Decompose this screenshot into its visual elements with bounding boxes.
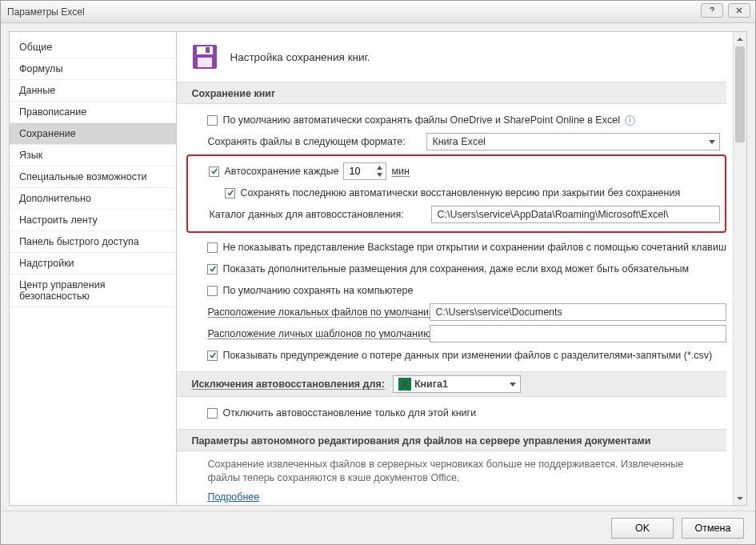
- label-keep-last-autorecover: Сохранять последнюю автоматически восста…: [240, 187, 680, 198]
- cancel-button[interactable]: Отмена: [682, 518, 744, 539]
- window-title: Параметры Excel: [7, 6, 85, 18]
- sidebar-item-trust-center[interactable]: Центр управления безопасностью: [10, 275, 176, 307]
- sidebar-item-advanced[interactable]: Дополнительно: [10, 188, 176, 210]
- sidebar: Общие Формулы Данные Правописание Сохран…: [9, 31, 177, 506]
- page-title: Настройка сохранения книг.: [230, 51, 370, 63]
- sidebar-item-addins[interactable]: Надстройки: [10, 253, 176, 275]
- checkbox-onedrive-default[interactable]: [207, 115, 218, 126]
- checkbox-save-local-default[interactable]: [207, 286, 218, 296]
- help-button[interactable]: [701, 3, 723, 18]
- label-autosave-every: Автосохранение каждые: [224, 166, 338, 177]
- label-save-format: Сохранять файлы в следующем формате:: [207, 136, 422, 147]
- label-extra-locations: Показать дополнительные размещения для с…: [222, 263, 689, 275]
- svg-rect-1: [197, 46, 213, 54]
- save-icon: [191, 43, 218, 70]
- spinner-down-icon[interactable]: [374, 171, 384, 178]
- close-button[interactable]: [728, 3, 750, 18]
- checkbox-no-backstage[interactable]: [207, 242, 218, 253]
- note-offline: Сохранение извлеченных файлов в серверны…: [207, 458, 703, 485]
- input-autorecover-path[interactable]: C:\Users\service\AppData\Roaming\Microso…: [431, 206, 720, 223]
- label-onedrive-default: По умолчанию автоматически сохранять фай…: [222, 114, 620, 126]
- section-autorecover-exceptions: Исключения автовосстановления для: X Кни…: [177, 371, 726, 397]
- label-personal-templates: Расположение личных шаблонов по умолчани…: [207, 328, 425, 339]
- label-csv-warning: Показывать предупреждение о потере данны…: [222, 350, 712, 361]
- label-save-local-default: По умолчанию сохранять на компьютере: [222, 285, 413, 296]
- sidebar-item-general[interactable]: Общие: [10, 37, 176, 58]
- checkbox-disable-autorecover-book[interactable]: [207, 408, 218, 419]
- sidebar-item-customize-ribbon[interactable]: Настроить ленту: [10, 210, 176, 231]
- sidebar-item-formulas[interactable]: Формулы: [10, 58, 176, 80]
- checkbox-autosave-every[interactable]: [209, 166, 219, 177]
- input-autosave-minutes[interactable]: [344, 165, 371, 178]
- sidebar-item-language[interactable]: Язык: [10, 145, 176, 166]
- input-local-files[interactable]: C:\Users\service\Documents: [430, 303, 726, 321]
- svg-rect-2: [206, 47, 210, 53]
- titlebar: Параметры Excel: [1, 1, 755, 23]
- info-icon[interactable]: i: [625, 115, 635, 126]
- scroll-thumb[interactable]: [735, 46, 745, 142]
- sidebar-item-proofing[interactable]: Правописание: [10, 102, 176, 123]
- spinner-up-icon[interactable]: [374, 164, 384, 170]
- sidebar-item-data[interactable]: Данные: [10, 80, 176, 102]
- svg-rect-3: [198, 58, 212, 67]
- section-offline-editing: Параметры автономного редактирования для…: [177, 429, 726, 451]
- input-personal-templates[interactable]: [430, 325, 726, 343]
- sidebar-item-accessibility[interactable]: Специальные возможности: [10, 166, 176, 188]
- highlight-autosave-section: Автосохранение каждые мин Сохранять: [186, 154, 726, 233]
- dialog-footer: OK Отмена: [1, 511, 755, 544]
- scroll-up-icon[interactable]: [734, 32, 746, 46]
- vertical-scrollbar[interactable]: [733, 32, 746, 505]
- main-panel: Настройка сохранения книг. Сохранение кн…: [177, 31, 747, 506]
- section-save-books: Сохранение книг: [177, 82, 726, 104]
- scroll-down-icon[interactable]: [734, 491, 746, 505]
- checkbox-csv-warning[interactable]: [207, 351, 218, 361]
- label-autorecover-path: Каталог данных для автовосстановления:: [209, 209, 426, 220]
- dropdown-workbook-select[interactable]: X Книга1: [393, 375, 521, 393]
- link-learn-more[interactable]: Подробнее: [207, 491, 259, 503]
- label-minutes-unit: мин: [391, 166, 409, 177]
- spinner-autosave-minutes[interactable]: [343, 162, 386, 180]
- sidebar-item-quick-access[interactable]: Панель быстрого доступа: [10, 231, 176, 253]
- label-local-files: Расположение локальных файлов по умолчан…: [207, 307, 425, 318]
- ok-button[interactable]: OK: [611, 518, 674, 539]
- checkbox-extra-locations[interactable]: [207, 264, 218, 275]
- excel-icon: X: [398, 378, 411, 391]
- sidebar-item-save[interactable]: Сохранение: [10, 123, 176, 145]
- dropdown-save-format[interactable]: Книга Excel: [426, 133, 720, 150]
- checkbox-keep-last-autorecover[interactable]: [225, 188, 235, 198]
- label-disable-autorecover-book: Отключить автовосстановление только для …: [222, 407, 476, 419]
- label-no-backstage: Не показывать представление Backstage пр…: [222, 242, 726, 253]
